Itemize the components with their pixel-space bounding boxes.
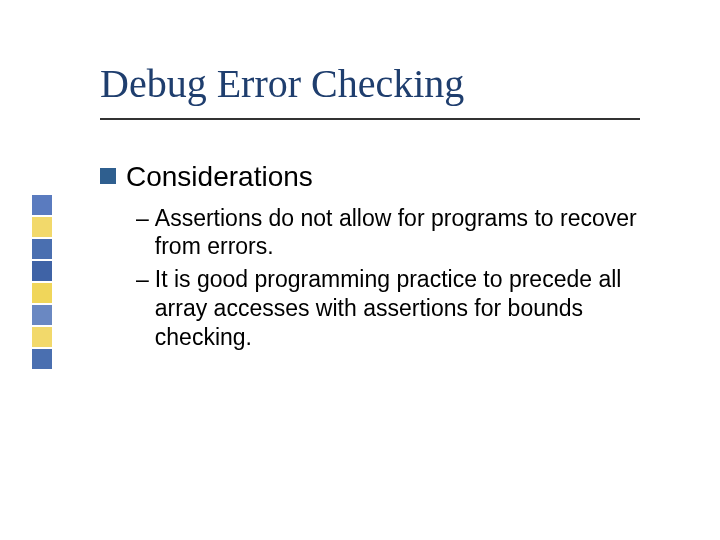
deco-sq	[32, 217, 52, 237]
deco-sq	[32, 195, 52, 215]
dash-icon: –	[136, 265, 149, 351]
title-underline	[100, 118, 640, 120]
slide: Debug Error Checking Considerations – As…	[0, 0, 720, 540]
deco-sq	[32, 327, 52, 347]
bullet-level2: – It is good programming practice to pre…	[136, 265, 660, 351]
deco-sq	[32, 261, 52, 281]
dash-icon: –	[136, 204, 149, 262]
level1-text: Considerations	[126, 160, 313, 194]
level2-text: Assertions do not allow for programs to …	[155, 204, 660, 262]
deco-sq	[32, 349, 52, 369]
slide-body: Considerations – Assertions do not allow…	[100, 160, 660, 355]
bullet-level1: Considerations	[100, 160, 660, 194]
deco-sq	[32, 305, 52, 325]
level2-text: It is good programming practice to prece…	[155, 265, 660, 351]
decorative-squares	[32, 195, 60, 371]
deco-sq	[32, 239, 52, 259]
deco-sq	[32, 283, 52, 303]
square-bullet-icon	[100, 168, 116, 184]
slide-title: Debug Error Checking	[100, 60, 464, 107]
bullet-level2: – Assertions do not allow for programs t…	[136, 204, 660, 262]
